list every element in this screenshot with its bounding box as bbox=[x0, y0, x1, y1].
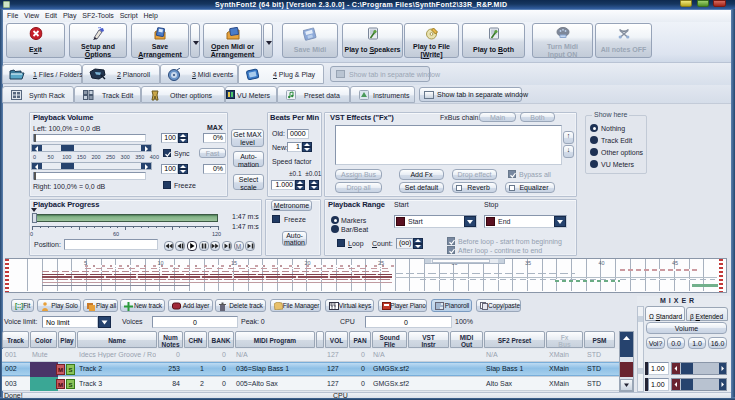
svg-text:M: M bbox=[235, 242, 240, 249]
